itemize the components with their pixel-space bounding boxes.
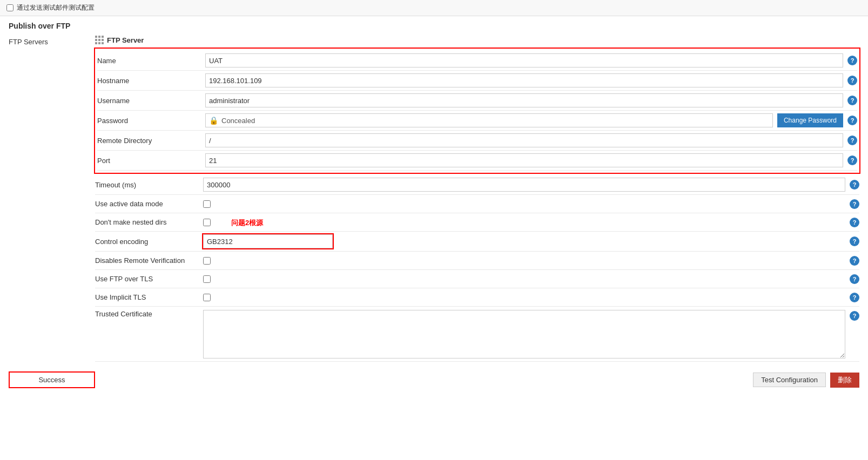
username-control-wrap: ?	[205, 93, 857, 107]
trusted-cert-textarea[interactable]	[203, 310, 845, 358]
page-title: Publish over FTP	[0, 16, 868, 33]
username-row: Username ?	[97, 91, 857, 111]
test-configuration-button[interactable]: Test Configuration	[753, 373, 826, 387]
bottom-bar: Success Test Configuration 删除	[0, 366, 868, 394]
timeout-help-icon[interactable]: ?	[850, 180, 859, 190]
implicit-tls-control-wrap: ?	[203, 293, 859, 302]
port-control-wrap: ?	[205, 153, 857, 167]
name-control-wrap: ?	[205, 53, 857, 67]
test-email-checkbox[interactable]	[6, 4, 14, 11]
ftp-over-tls-help-icon[interactable]: ?	[850, 274, 859, 284]
password-row: Password 🔒 Concealed Change Password ?	[97, 111, 857, 131]
timeout-row: Timeout (ms) ?	[95, 175, 859, 195]
hostname-help-icon[interactable]: ?	[847, 76, 857, 85]
timeout-input[interactable]	[203, 178, 845, 192]
remote-directory-row: Remote Directory ?	[97, 131, 857, 151]
trusted-cert-control-wrap: ?	[203, 310, 859, 358]
ftp-over-tls-label: Use FTP over TLS	[95, 275, 203, 283]
section-title: FTP Server	[107, 36, 144, 44]
remote-directory-help-icon[interactable]: ?	[847, 136, 857, 145]
password-control-wrap: 🔒 Concealed Change Password ?	[205, 113, 857, 127]
username-label: Username	[97, 97, 205, 105]
control-encoding-help-icon[interactable]: ?	[850, 236, 859, 246]
success-box: Success	[9, 371, 95, 388]
nested-dirs-row: Don't make nested dirs 问题2根源 ?	[95, 213, 859, 232]
ftp-over-tls-checkbox[interactable]	[203, 275, 211, 283]
active-data-mode-checkbox[interactable]	[203, 200, 211, 208]
nested-dirs-help-icon[interactable]: ?	[850, 218, 859, 227]
concealed-text: Concealed	[221, 117, 255, 125]
port-input[interactable]	[205, 153, 843, 167]
disable-remote-control-wrap: ?	[203, 256, 859, 266]
control-encoding-control-wrap: ?	[203, 234, 859, 248]
hostname-row: Hostname ?	[97, 71, 857, 91]
ftp-over-tls-control-wrap: ?	[203, 274, 859, 284]
name-row: Name ?	[97, 51, 857, 71]
name-label: Name	[97, 57, 205, 65]
delete-button[interactable]: 删除	[830, 373, 859, 388]
name-input[interactable]	[205, 53, 843, 67]
top-bar: 通过发送测试邮件测试配置	[0, 0, 868, 16]
disable-remote-checkbox[interactable]	[203, 257, 211, 265]
username-help-icon[interactable]: ?	[847, 96, 857, 105]
active-data-mode-label: Use active data mode	[95, 200, 203, 208]
main-layout: FTP Servers FTP Server Name	[0, 33, 868, 362]
remote-directory-label: Remote Directory	[97, 137, 205, 145]
trusted-cert-label: Trusted Certificate	[95, 310, 203, 318]
remote-directory-input[interactable]	[205, 133, 843, 147]
port-row: Port ?	[97, 151, 857, 171]
disable-remote-help-icon[interactable]: ?	[850, 256, 859, 266]
ftp-over-tls-row: Use FTP over TLS ?	[95, 270, 859, 288]
control-encoding-row: Control encoding ?	[95, 232, 859, 252]
control-encoding-input[interactable]	[203, 234, 333, 248]
sidebar: FTP Servers	[9, 33, 84, 362]
hostname-control-wrap: ?	[205, 73, 857, 87]
name-help-icon[interactable]: ?	[847, 56, 857, 65]
implicit-tls-row: Use Implicit TLS ?	[95, 288, 859, 307]
username-input[interactable]	[205, 93, 843, 107]
remote-directory-control-wrap: ?	[205, 133, 857, 147]
active-data-mode-help-icon[interactable]: ?	[850, 199, 859, 209]
nested-dirs-checkbox[interactable]	[203, 219, 211, 226]
timeout-label: Timeout (ms)	[95, 181, 203, 189]
trusted-cert-help-icon[interactable]: ?	[850, 311, 859, 321]
implicit-tls-checkbox[interactable]	[203, 294, 211, 301]
control-encoding-label: Control encoding	[95, 238, 203, 246]
port-label: Port	[97, 157, 205, 165]
test-email-label: 通过发送测试邮件测试配置	[17, 3, 95, 12]
annotation-label: 问题2根源	[231, 218, 263, 228]
nested-dirs-control-wrap: 问题2根源 ?	[203, 217, 859, 228]
implicit-tls-label: Use Implicit TLS	[95, 293, 203, 301]
sidebar-item-ftp-servers[interactable]: FTP Servers	[9, 36, 84, 48]
password-help-icon[interactable]: ?	[847, 116, 857, 125]
port-help-icon[interactable]: ?	[847, 155, 857, 165]
nested-dirs-label: Don't make nested dirs	[95, 218, 203, 226]
hostname-label: Hostname	[97, 77, 205, 85]
implicit-tls-help-icon[interactable]: ?	[850, 293, 859, 302]
disable-remote-label: Disables Remote Verification	[95, 256, 203, 265]
password-field: 🔒 Concealed	[205, 113, 773, 127]
hostname-input[interactable]	[205, 73, 843, 87]
trusted-cert-row: Trusted Certificate ?	[95, 307, 859, 362]
active-data-mode-row: Use active data mode ?	[95, 195, 859, 213]
password-label: Password	[97, 117, 205, 125]
change-password-button[interactable]: Change Password	[777, 113, 843, 127]
disable-remote-row: Disables Remote Verification ?	[95, 252, 859, 270]
section-header: FTP Server	[95, 33, 859, 49]
grid-icon	[95, 36, 104, 44]
test-email-checkbox-label[interactable]: 通过发送测试邮件测试配置	[6, 3, 95, 12]
content-area: FTP Server Name ? Hostname ?	[84, 33, 859, 362]
bottom-right-buttons: Test Configuration 删除	[753, 373, 859, 388]
active-data-mode-control-wrap: ?	[203, 199, 859, 209]
lock-icon: 🔒	[209, 116, 218, 125]
timeout-control-wrap: ?	[203, 178, 859, 192]
